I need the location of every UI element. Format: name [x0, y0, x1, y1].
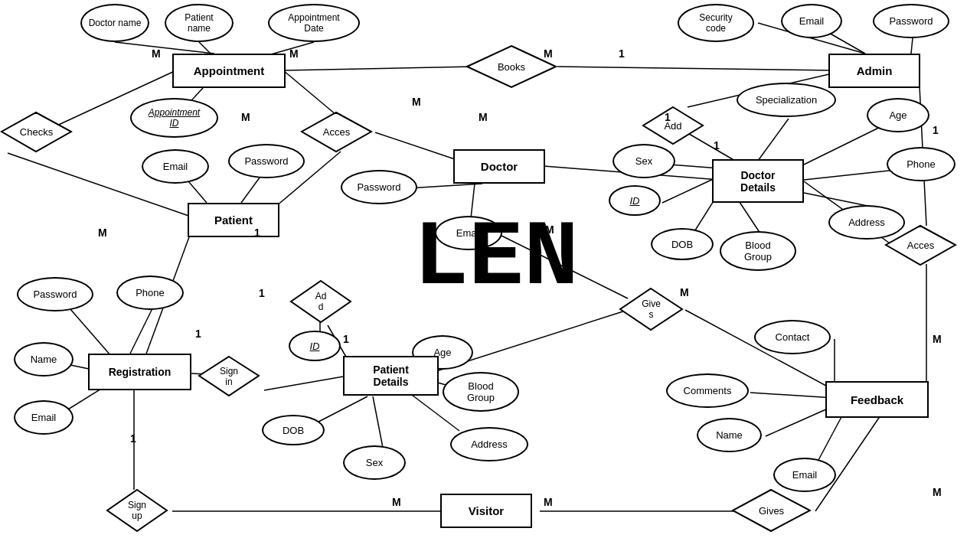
ellipse-email-admin: Email [781, 4, 842, 38]
ellipse-password2: Password [341, 170, 417, 204]
label-m1: M [152, 47, 161, 60]
label-1-reg: 1 [130, 432, 136, 445]
ellipse-sex-doctor: Sex [612, 144, 675, 178]
entity-doctor-details: DoctorDetails [712, 159, 804, 203]
ellipse-blood-group-doctor: BloodGroup [720, 231, 796, 271]
ellipse-dob-doctor: DOB [651, 228, 714, 260]
svg-line-14 [375, 132, 459, 161]
ellipse-contact-feedback: Contact [754, 320, 831, 354]
entity-doctor: Doctor [453, 149, 545, 184]
diamond-acces2: Acces [884, 224, 957, 266]
label-1-sign-in: 1 [259, 287, 265, 299]
ellipse-phone-doctor: Phone [887, 147, 956, 181]
label-m3: M [412, 96, 421, 108]
ellipse-patient-name: Patientname [165, 4, 234, 42]
svg-line-54 [766, 406, 835, 436]
ellipse-appt-id: AppointmentID [130, 98, 218, 138]
entity-admin: Admin [828, 54, 920, 88]
label-1-patient: 1 [254, 227, 260, 239]
label-m-gives: M [680, 286, 689, 298]
svg-line-48 [373, 396, 383, 448]
diamond-sign-up: Signup [106, 488, 168, 533]
svg-line-24 [662, 176, 720, 203]
svg-line-3 [283, 67, 473, 70]
label-1-add-doc2: 1 [714, 139, 720, 152]
svg-line-37 [264, 375, 352, 390]
watermark: LEN [413, 207, 579, 311]
ellipse-comments-feedback: Comments [666, 373, 749, 408]
entity-registration: Registration [88, 354, 191, 390]
label-1-acces2: 1 [933, 124, 939, 136]
label-m-feedback: M [933, 486, 942, 498]
ellipse-address-patient: Address [450, 427, 528, 461]
diamond-gives-patient: Gives [619, 287, 684, 331]
entity-appointment: Appointment [172, 54, 286, 88]
entity-patient-details: PatientDetails [343, 356, 439, 396]
ellipse-password-reg: Password [17, 277, 93, 311]
svg-line-0 [115, 42, 214, 54]
label-1-add-patient: 1 [343, 333, 349, 345]
svg-line-4 [557, 67, 835, 70]
ellipse-password-admin: Password [873, 4, 949, 38]
label-m-acces2: M [933, 333, 942, 345]
label-m4: M [241, 111, 250, 123]
entity-patient: Patient [188, 203, 279, 237]
label-m-books: M [544, 47, 553, 60]
diamond-add-patient: Add [289, 279, 352, 324]
ellipse-name-reg: Name [14, 342, 74, 377]
svg-line-7 [911, 38, 913, 54]
diamond-sign-in: Signin [198, 355, 260, 397]
ellipse-security-code: Securitycode [678, 4, 754, 42]
label-m5: M [479, 111, 488, 123]
ellipse-id-patient: ID [289, 331, 341, 361]
ellipse-password-patient: Password [228, 144, 305, 178]
diamond-gives-visitor: Gives [731, 488, 812, 533]
svg-line-53 [750, 393, 835, 398]
ellipse-dob-patient: DOB [262, 415, 325, 445]
ellipse-email-feedback: Email [773, 458, 836, 492]
ellipse-sex-patient: Sex [343, 445, 406, 480]
label-m-visitor: M [392, 496, 401, 508]
diamond-acces1: Acces [300, 111, 373, 153]
ellipse-doctor-name: Doctor name [80, 4, 149, 42]
label-m-patient: M [98, 227, 107, 239]
ellipse-blood-group-patient: BloodGroup [443, 372, 519, 412]
ellipse-phone-reg: Phone [116, 276, 184, 310]
ellipse-id-doctor: ID [609, 185, 661, 216]
ellipse-specialization: Specialization [737, 83, 836, 117]
ellipse-name-feedback: Name [697, 418, 762, 452]
diamond-add-doctor: Add [642, 106, 704, 145]
label-1-sign-in2: 1 [195, 328, 201, 340]
ellipse-age-doctor: Age [867, 98, 929, 132]
label-m2: M [289, 47, 299, 60]
label-1-books: 1 [619, 47, 625, 60]
ellipse-appt-date: AppointmentDate [268, 4, 360, 42]
entity-feedback: Feedback [825, 381, 929, 418]
entity-visitor: Visitor [440, 494, 532, 528]
er-diagram: Doctor name Patientname AppointmentDate … [0, 0, 980, 551]
label-m-visitor2: M [544, 496, 553, 508]
ellipse-email-reg: Email [14, 400, 74, 435]
svg-line-27 [758, 119, 789, 161]
diamond-checks: Checks [0, 111, 73, 153]
ellipse-email-patient: Email [142, 149, 209, 184]
